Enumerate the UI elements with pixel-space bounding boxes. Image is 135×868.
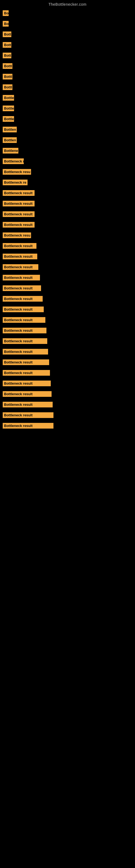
bottleneck-result-label: Bottleneck result (3, 360, 49, 365)
bottleneck-result-label: Bottleneck result (3, 391, 52, 397)
bottleneck-result-label: Bottleneck result (3, 423, 53, 429)
list-item: Bo (3, 21, 135, 27)
bottleneck-result-label: Bottleneck r (3, 158, 24, 164)
bottleneck-result-label: Bottleneck result (3, 317, 45, 323)
bottleneck-result-label: Bottlen (3, 127, 17, 132)
bottleneck-result-label: Bo (3, 21, 9, 27)
list-item: Bottleneck result (3, 380, 135, 386)
list-item: Bottleneck result (3, 264, 135, 270)
bottleneck-result-label: Bottlen (3, 137, 17, 143)
list-item: Bottleneck result (3, 307, 135, 312)
list-item: Bott (3, 31, 135, 37)
list-item: Bottleneck result (3, 360, 135, 365)
bottleneck-result-label: Bottl (3, 63, 12, 69)
bottleneck-result-label: Bottleneck result (3, 328, 46, 333)
bottleneck-result-label: Bott (3, 42, 11, 48)
bottleneck-result-label: Bottleneck result (3, 380, 51, 386)
bottleneck-result-label: Bottleneck result (3, 412, 53, 418)
bottleneck-result-label: Bottleneck result (3, 296, 43, 302)
list-item: Bottleneck result (3, 370, 135, 376)
bottleneck-result-label: Bottleneck result (3, 370, 50, 376)
list-item: Bo (3, 10, 135, 16)
list-item: Bottleneck result (3, 412, 135, 418)
list-item: Bottle (3, 116, 135, 122)
bottleneck-result-label: Bottleneck result (3, 402, 53, 407)
list-item: Bottleneck r (3, 158, 135, 164)
bottleneck-result-label: Bottleneck result (3, 264, 38, 270)
list-item: Bottleneck result (3, 285, 135, 291)
bottleneck-result-label: Bottleneck result (3, 201, 35, 207)
list-item: Bottleneck result (3, 402, 135, 407)
list-item: Bott (3, 42, 135, 48)
list-item: Bottleneck result (3, 349, 135, 354)
list-item: Bottleneck result (3, 338, 135, 344)
bottleneck-result-label: Bottle (3, 116, 14, 122)
bottleneck-result-label: Bottl (3, 84, 12, 90)
list-item: Bottleneck resu (3, 232, 135, 238)
bottleneck-result-label: Bottleneck result (3, 349, 48, 354)
list-item: Bottleneck resu (3, 169, 135, 175)
list-item: Bottlen (3, 127, 135, 132)
list-item: Bottlen (3, 137, 135, 143)
list-item: Bottleneck result (3, 423, 135, 429)
list-item: Bottleneck re (3, 180, 135, 185)
bottleneck-result-label: Bottleneck result (3, 285, 41, 291)
list-item: Bottl (3, 63, 135, 69)
bottleneck-result-label: Bo (3, 10, 9, 16)
list-item: Bottleneck result (3, 243, 135, 249)
list-item: Bottl (3, 84, 135, 90)
list-item: Bottleneck result (3, 254, 135, 259)
list-item: Bottle (3, 105, 135, 111)
list-item: Bottleneck result (3, 222, 135, 227)
bottleneck-result-label: Bottleneck result (3, 222, 35, 227)
list-item: Bottleneck result (3, 211, 135, 217)
list-item: Bottleneck result (3, 391, 135, 397)
list-item: Bottleneck result (3, 317, 135, 323)
bottleneck-result-label: Bottleneck resu (3, 232, 31, 238)
bottleneck-result-label: Bott (3, 53, 11, 58)
bottleneck-result-label: Bottleneck result (3, 275, 40, 280)
bottleneck-result-label: Bottleneck result (3, 307, 44, 312)
list-item: Bottleneck result (3, 201, 135, 207)
list-item: Bottle (3, 95, 135, 101)
bottleneck-result-label: Bottleneck result (3, 211, 35, 217)
bottleneck-result-label: Bott (3, 31, 11, 37)
items-container: BoBoBottBottBottBottlBottlBottlBottleBot… (0, 8, 135, 436)
bottleneck-result-label: Bottleneck result (3, 243, 37, 249)
list-item: Bottleneck result (3, 190, 135, 196)
bottleneck-result-label: Bottlene (3, 148, 18, 154)
bottleneck-result-label: Bottle (3, 95, 14, 101)
list-item: Bottlene (3, 148, 135, 154)
bottleneck-result-label: Bottl (3, 74, 12, 80)
bottleneck-result-label: Bottle (3, 105, 14, 111)
list-item: Bott (3, 53, 135, 58)
bottleneck-result-label: Bottleneck resu (3, 169, 31, 175)
list-item: Bottleneck result (3, 328, 135, 333)
list-item: Bottleneck result (3, 275, 135, 280)
bottleneck-result-label: Bottleneck result (3, 338, 47, 344)
list-item: Bottl (3, 74, 135, 80)
list-item: Bottleneck result (3, 296, 135, 302)
bottleneck-result-label: Bottleneck result (3, 190, 35, 196)
bottleneck-result-label: Bottleneck result (3, 254, 37, 259)
site-title: TheBottlenecker.com (0, 0, 135, 8)
bottleneck-result-label: Bottleneck re (3, 180, 28, 185)
